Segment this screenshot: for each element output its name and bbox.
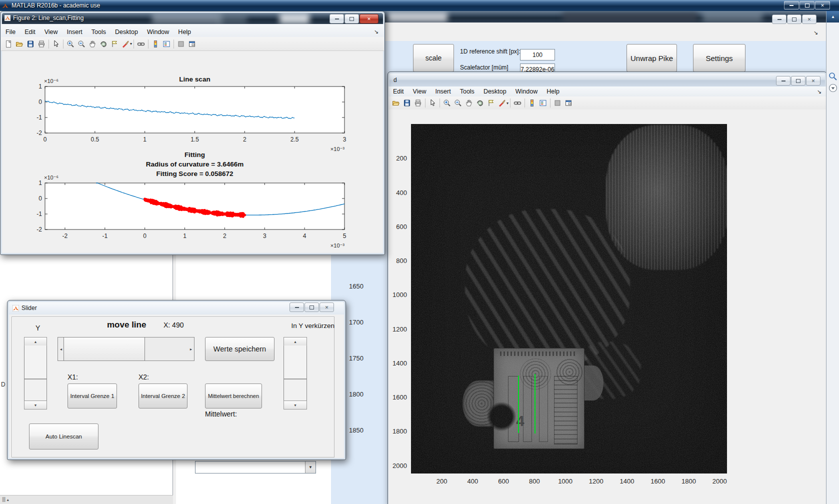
y-slider[interactable]: ▲ ▼ bbox=[24, 337, 47, 410]
menu-desktop[interactable]: Desktop bbox=[110, 27, 142, 37]
zoom-in-icon[interactable] bbox=[65, 38, 76, 49]
slider-down-arrow-icon[interactable]: ▼ bbox=[24, 400, 47, 410]
rotate-3d-icon[interactable] bbox=[474, 98, 486, 108]
print-figure-icon[interactable] bbox=[412, 98, 424, 108]
dropdown-circle-icon[interactable] bbox=[828, 84, 838, 92]
fig2-minimize-button[interactable] bbox=[330, 14, 344, 24]
menu-window[interactable]: Window bbox=[511, 86, 542, 96]
scan-image[interactable]: 4 bbox=[411, 124, 727, 474]
linescan-marker-line[interactable] bbox=[518, 376, 519, 433]
print-figure-icon[interactable] bbox=[36, 38, 47, 49]
menu-help[interactable]: Help bbox=[174, 27, 196, 37]
zoom-out-icon[interactable] bbox=[76, 38, 87, 49]
slider-up-arrow-icon[interactable]: ▲ bbox=[284, 337, 307, 346]
slider-minimize-button[interactable] bbox=[290, 302, 304, 312]
menu-insert[interactable]: Insert bbox=[430, 86, 455, 96]
menu-help[interactable]: Help bbox=[542, 86, 564, 96]
fig2-restore-button[interactable] bbox=[344, 14, 359, 24]
move-line-slider[interactable]: ◄ ► bbox=[58, 337, 194, 361]
slider-close-button[interactable]: ✕ bbox=[320, 302, 334, 312]
save-values-button[interactable]: Werte speichern bbox=[205, 337, 274, 361]
menu-window[interactable]: Window bbox=[142, 27, 174, 37]
fig2-close-button[interactable]: ✕ bbox=[360, 14, 378, 24]
toolbar-separator bbox=[524, 98, 525, 108]
data-cursor-icon[interactable] bbox=[109, 38, 120, 49]
insert-colorbar-icon[interactable] bbox=[526, 98, 538, 108]
gui-minimize-button[interactable] bbox=[772, 14, 786, 24]
svg-text:Fitting: Fitting bbox=[184, 151, 205, 158]
link-plot-icon[interactable] bbox=[512, 98, 523, 108]
close-button[interactable]: ✕ bbox=[815, 1, 830, 10]
new-figure-icon[interactable] bbox=[3, 38, 14, 49]
slider-up-arrow-icon[interactable]: ▲ bbox=[24, 337, 47, 346]
gui-restore-button[interactable] bbox=[787, 14, 802, 24]
rotate-3d-icon[interactable] bbox=[98, 38, 109, 49]
hide-plot-tools-icon[interactable] bbox=[176, 38, 186, 49]
shorten-y-slider-thumb[interactable] bbox=[284, 346, 306, 380]
cursor-icon[interactable] bbox=[50, 38, 62, 49]
menu-view[interactable]: View bbox=[408, 86, 431, 96]
pan-hand-icon[interactable] bbox=[87, 38, 98, 49]
menu-insert[interactable]: Insert bbox=[62, 27, 87, 37]
background-dropdown[interactable]: ▼ bbox=[195, 461, 316, 474]
menu-edit[interactable]: Edit bbox=[388, 86, 408, 96]
hide-plot-tools-icon[interactable] bbox=[552, 98, 563, 108]
ref-shift-field[interactable]: 100 bbox=[520, 49, 555, 60]
linescan-marker-line[interactable] bbox=[534, 374, 536, 434]
shorten-y-slider[interactable]: ▲ ▼ bbox=[284, 337, 307, 410]
interval-limit2-button[interactable]: Interval Grenze 2 bbox=[138, 384, 188, 408]
menu-edit[interactable]: Edit bbox=[20, 27, 40, 37]
menu-file[interactable]: File bbox=[1, 27, 20, 37]
toolbar-separator bbox=[48, 40, 49, 48]
zoom-out-icon[interactable] bbox=[452, 98, 464, 108]
show-plot-tools-dock-icon[interactable] bbox=[186, 38, 198, 49]
pan-hand-icon[interactable] bbox=[464, 98, 474, 108]
slider-restore-button[interactable] bbox=[304, 302, 319, 312]
menu-desktop[interactable]: Desktop bbox=[479, 86, 511, 96]
gui-close-button[interactable]: ✕ bbox=[802, 14, 816, 24]
auto-linescan-button[interactable]: Auto Linescan bbox=[29, 424, 98, 450]
fig-restore-button[interactable] bbox=[791, 76, 806, 86]
move-line-slider-thumb[interactable] bbox=[64, 337, 145, 361]
minimize-button[interactable] bbox=[784, 1, 799, 10]
insert-colorbar-icon[interactable] bbox=[150, 38, 161, 49]
scale-button[interactable]: scale bbox=[413, 44, 454, 72]
resize-grip-icon[interactable]: |||| ▲ bbox=[2, 496, 9, 502]
menu-tools[interactable]: Tools bbox=[456, 86, 479, 96]
gui-menu-overflow-icon[interactable]: ↘ bbox=[814, 30, 818, 36]
fig2-menu-overflow-icon[interactable]: ↘ bbox=[374, 28, 378, 35]
menu-view[interactable]: View bbox=[40, 27, 62, 37]
collapse-up-icon[interactable]: ▲ bbox=[826, 11, 839, 22]
link-plot-icon[interactable] bbox=[136, 38, 146, 49]
svg-text:×10⁻⁶: ×10⁻⁶ bbox=[44, 78, 58, 84]
brush-menu-caret-icon[interactable]: ▾ bbox=[506, 101, 508, 106]
insert-legend-icon[interactable] bbox=[538, 98, 548, 108]
open-file-icon[interactable] bbox=[390, 98, 402, 108]
insert-legend-icon[interactable] bbox=[161, 38, 172, 49]
fig-menu-overflow-icon[interactable]: ↘ bbox=[817, 88, 822, 95]
chevron-down-icon[interactable]: ▼ bbox=[305, 462, 316, 473]
open-file-icon[interactable] bbox=[14, 38, 25, 49]
brush-data-icon[interactable] bbox=[496, 98, 508, 108]
brush-data-icon[interactable] bbox=[120, 38, 131, 49]
save-figure-icon[interactable] bbox=[402, 98, 412, 108]
interval-limit1-button[interactable]: Interval Grenze 1 bbox=[68, 384, 117, 408]
y-slider-thumb[interactable] bbox=[24, 346, 46, 380]
fig-minimize-button[interactable] bbox=[776, 76, 790, 86]
fig-close-button[interactable]: ✕ bbox=[806, 76, 820, 86]
show-plot-tools-dock-icon[interactable] bbox=[563, 98, 574, 108]
slider-down-arrow-icon[interactable]: ▼ bbox=[284, 400, 307, 410]
brush-menu-caret-icon[interactable]: ▾ bbox=[130, 42, 132, 46]
figure2-titlebar: Figure 2: Line_scan,Fitting bbox=[2, 13, 383, 24]
maximize-button[interactable] bbox=[800, 1, 814, 10]
save-figure-icon[interactable] bbox=[25, 38, 36, 49]
cursor-icon[interactable] bbox=[427, 98, 438, 108]
unwrap-pike-button[interactable]: Unwrap Pike bbox=[626, 44, 677, 72]
calc-mean-button[interactable]: Mittelwert berechnen bbox=[205, 384, 262, 408]
search-icon[interactable] bbox=[828, 72, 838, 81]
data-cursor-icon[interactable] bbox=[486, 98, 496, 108]
settings-button[interactable]: Settings bbox=[693, 44, 746, 72]
zoom-in-icon[interactable] bbox=[442, 98, 452, 108]
slider-right-arrow-icon[interactable]: ► bbox=[188, 338, 194, 360]
menu-tools[interactable]: Tools bbox=[87, 27, 110, 37]
